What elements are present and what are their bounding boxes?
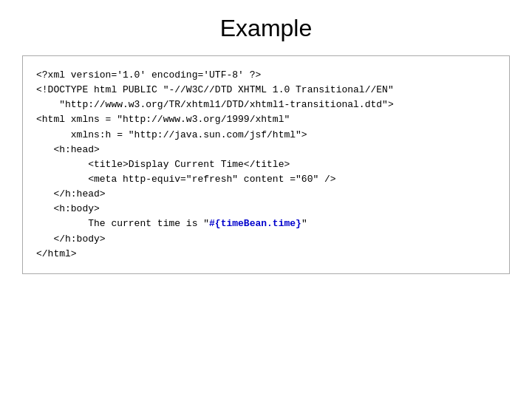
code-box: <?xml version='1.0' encoding='UTF-8' ?> … bbox=[22, 55, 510, 274]
page-title: Example bbox=[220, 15, 313, 42]
code-line-7: <title>Display Current Time</title> bbox=[36, 157, 496, 172]
code-line-4: <html xmlns = "http://www.w3.org/1999/xh… bbox=[36, 112, 496, 127]
code-line-2: <!DOCTYPE html PUBLIC "-//W3C//DTD XHTML… bbox=[36, 83, 496, 98]
code-line-11-post: " bbox=[301, 218, 307, 229]
code-line-12: </h:body> bbox=[36, 232, 496, 247]
code-line-13: </html> bbox=[36, 247, 496, 262]
code-line-1: <?xml version='1.0' encoding='UTF-8' ?> bbox=[36, 68, 496, 83]
code-line-11-pre: The current time is " bbox=[36, 218, 209, 229]
code-line-8: <meta http-equiv="refresh" content ="60"… bbox=[36, 172, 496, 187]
code-line-10: <h:body> bbox=[36, 202, 496, 216]
code-line-6: <h:head> bbox=[36, 143, 496, 157]
code-line-5: xmlns:h = "http://java.sun.com/jsf/html"… bbox=[36, 128, 496, 143]
code-line-11-highlight: #{timeBean.time} bbox=[209, 218, 301, 229]
code-line-11: The current time is "#{timeBean.time}" bbox=[36, 216, 496, 231]
page-container: Example <?xml version='1.0' encoding='UT… bbox=[0, 0, 532, 399]
code-line-3: "http://www.w3.org/TR/xhtml1/DTD/xhtml1-… bbox=[36, 98, 496, 112]
code-line-9: </h:head> bbox=[36, 187, 496, 202]
